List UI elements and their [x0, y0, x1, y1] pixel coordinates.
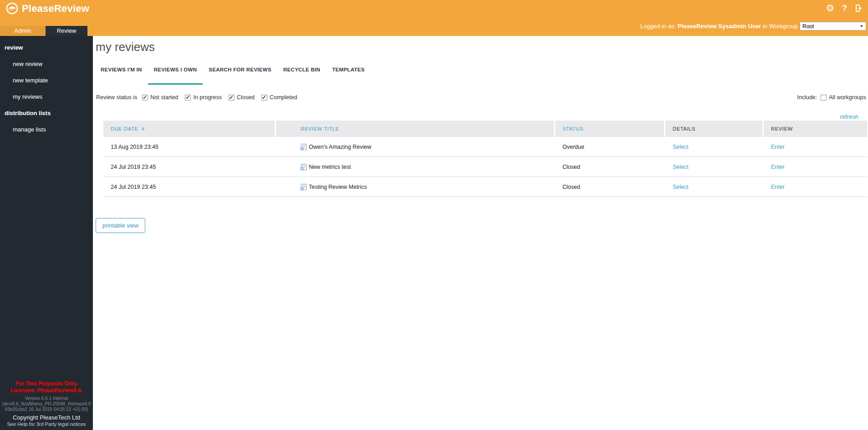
completed-label: Completed	[270, 94, 297, 101]
enter-link[interactable]: Enter	[771, 184, 785, 190]
column-status[interactable]: STATUS	[555, 121, 664, 137]
sidebar-item-my-reviews[interactable]: my reviews	[13, 94, 42, 100]
legal-notice[interactable]: See Help for 3rd Party legal notices	[0, 421, 93, 427]
column-details: DETAILS	[665, 121, 762, 137]
include-filter: Include: All workgroups	[797, 94, 866, 101]
review-title-text[interactable]: New metrics test	[309, 164, 351, 170]
status-filter-label: Review status is	[96, 94, 137, 101]
table-header: DUE DATE» REVIEW TITLE STATUS DETAILS RE…	[103, 121, 868, 137]
brand: PleaseReview	[6, 2, 89, 15]
in-progress-checkbox[interactable]	[185, 95, 191, 101]
copyright: Copyright PleaseTech Ltd	[0, 414, 93, 421]
sidebar-heading-review: review	[5, 45, 23, 51]
select-link[interactable]: Select	[673, 164, 689, 170]
table-row: 24 Jul 2019 23:45 New metrics test Close…	[103, 157, 868, 177]
page-title: my reviews	[96, 40, 155, 54]
due-date-header-label: DUE DATE	[111, 126, 138, 132]
review-title-cell: Owen's Amazing Review	[276, 144, 554, 150]
closed-label: Closed	[237, 94, 255, 101]
logout-icon[interactable]	[854, 4, 863, 13]
reviews-table: DUE DATE» REVIEW TITLE STATUS DETAILS RE…	[103, 121, 868, 197]
version-line3: 69b35cba1 16 Jul 2019 04:06:12 +01:00)	[0, 407, 93, 412]
license-notice-line2: Licensee: PleaseReview6.6.	[0, 387, 93, 394]
column-review: REVIEW	[764, 121, 867, 137]
column-review-title[interactable]: REVIEW TITLE	[276, 121, 554, 137]
status-header-label: STATUS	[562, 126, 583, 132]
sidebar-item-new-review[interactable]: new review	[13, 61, 42, 67]
review-title-text[interactable]: Testing Review Metrics	[309, 184, 367, 190]
due-date-cell: 24 Jul 2019 23:45	[103, 184, 275, 190]
header-actions: ⚙ ?	[826, 2, 863, 14]
due-date-cell: 24 Jul 2019 23:45	[103, 164, 275, 170]
status-filter: Review status is Not started In progress…	[96, 94, 304, 101]
review-title-cell: New metrics test	[276, 164, 554, 170]
status-cell: Closed	[555, 164, 664, 170]
document-icon	[301, 184, 306, 190]
enter-link[interactable]: Enter	[771, 144, 785, 150]
dropdown-arrow-icon: ▼	[860, 24, 863, 28]
user-name: PleaseReview Sysadmin User	[678, 23, 761, 30]
review-tabs: REVIEWS I'M IN REVIEWS I OWN SEARCH FOR …	[95, 64, 371, 85]
printable-view-button[interactable]: printable view	[96, 218, 145, 233]
module-tabs: Admin Review	[0, 26, 87, 36]
all-workgroups-option[interactable]: All workgroups	[821, 94, 866, 101]
version-line1: Version 6.6.1 Internal	[0, 396, 93, 401]
review-title-header-label: REVIEW TITLE	[301, 126, 339, 132]
filter-completed[interactable]: Completed	[261, 94, 297, 101]
tab-reviews-i-own[interactable]: REVIEWS I OWN	[148, 64, 203, 85]
version-line2: (dev/6.6_NotAthens_PR-20048_Release6.6	[0, 401, 93, 407]
help-icon[interactable]: ?	[842, 2, 847, 14]
completed-checkbox[interactable]	[261, 95, 267, 101]
review-header-label: REVIEW	[771, 126, 793, 132]
select-link[interactable]: Select	[673, 144, 689, 150]
details-header-label: DETAILS	[673, 126, 695, 132]
sort-descending-icon: »	[140, 127, 147, 131]
in-progress-label: In progress	[193, 94, 222, 101]
logged-in-prefix: Logged in as:	[640, 23, 676, 30]
brand-name: PleaseReview	[22, 3, 89, 15]
tab-templates[interactable]: TEMPLATES	[326, 64, 371, 85]
filter-closed[interactable]: Closed	[229, 94, 255, 101]
not-started-checkbox[interactable]	[142, 95, 148, 101]
document-icon	[301, 144, 306, 150]
enter-link[interactable]: Enter	[771, 164, 785, 170]
main-content: my reviews REVIEWS I'M IN REVIEWS I OWN …	[93, 36, 868, 430]
due-date-cell: 13 Aug 2019 23:45	[103, 144, 275, 150]
tab-reviews-im-in[interactable]: REVIEWS I'M IN	[95, 64, 148, 85]
review-title-cell: Testing Review Metrics	[276, 184, 554, 190]
sidebar-footer: For Test Purposes Only. Licensee: Please…	[0, 380, 93, 427]
tab-search-for-reviews[interactable]: SEARCH FOR REVIEWS	[203, 64, 277, 85]
tab-admin[interactable]: Admin	[0, 26, 46, 36]
workgroup-value: Root	[802, 23, 814, 30]
review-title-text[interactable]: Owen's Amazing Review	[309, 144, 371, 150]
column-due-date[interactable]: DUE DATE»	[103, 121, 275, 137]
status-cell: Closed	[555, 184, 664, 190]
tab-review[interactable]: Review	[46, 26, 87, 36]
sidebar-heading-distribution-lists: distribution lists	[5, 110, 51, 116]
refresh-link[interactable]: refresh	[840, 113, 858, 120]
table-row: 13 Aug 2019 23:45 Owen's Amazing Review …	[103, 137, 868, 157]
license-notice-line1: For Test Purposes Only.	[0, 380, 93, 387]
filter-not-started[interactable]: Not started	[142, 94, 178, 101]
table-row: 24 Jul 2019 23:45 Testing Review Metrics…	[103, 177, 868, 197]
closed-checkbox[interactable]	[229, 95, 235, 101]
sidebar: review new review new template my review…	[0, 36, 93, 430]
workgroup-select[interactable]: Root ▼	[800, 22, 866, 30]
pleasereview-logo-icon	[6, 2, 18, 15]
document-icon	[301, 164, 306, 170]
logged-in-suffix: in Workgroup	[763, 23, 798, 30]
sidebar-item-manage-lists[interactable]: manage lists	[13, 126, 46, 133]
logged-in-status: Logged in as: PleaseReview Sysadmin User…	[640, 23, 798, 30]
app-header: PleaseReview ⚙ ? Admin Review Logged in …	[0, 0, 868, 36]
filter-in-progress[interactable]: In progress	[185, 94, 222, 101]
all-workgroups-label: All workgroups	[829, 94, 866, 101]
sidebar-item-new-template[interactable]: new template	[13, 77, 48, 84]
all-workgroups-checkbox[interactable]	[821, 95, 827, 101]
status-cell: Overdue	[555, 144, 664, 150]
tab-recycle-bin[interactable]: RECYCLE BIN	[277, 64, 326, 85]
select-link[interactable]: Select	[673, 184, 689, 190]
page: PleaseReview ⚙ ? Admin Review Logged in …	[0, 0, 868, 430]
not-started-label: Not started	[150, 94, 178, 101]
settings-gear-icon[interactable]: ⚙	[826, 2, 835, 14]
include-label: Include:	[797, 94, 817, 101]
